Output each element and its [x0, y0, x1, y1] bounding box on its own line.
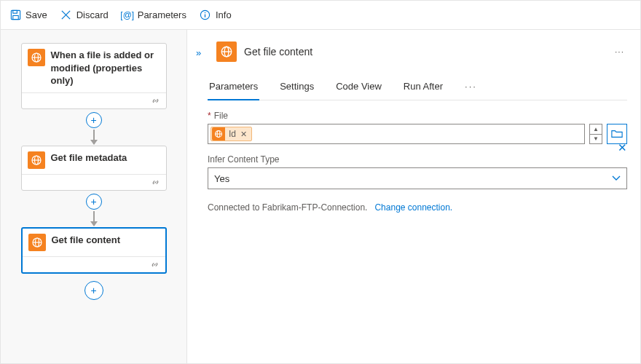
- node-header: Get file content: [23, 229, 165, 256]
- save-button[interactable]: Save: [9, 9, 47, 21]
- details-panel: » Get file content ··· Parameters Settin…: [187, 30, 640, 364]
- info-label: Info: [216, 9, 232, 20]
- connection-icon: [151, 96, 160, 106]
- connection-text: Connected to Fabrikam-FTP-Connection.: [208, 202, 367, 213]
- connection-icon: [151, 178, 160, 187]
- body: When a file is added or modified (proper…: [1, 30, 640, 364]
- ftp-icon: [212, 127, 225, 141]
- flow-arrow: [93, 130, 95, 144]
- ftp-icon: [28, 49, 45, 66]
- workflow-node-content[interactable]: Get file content: [21, 227, 167, 274]
- file-stepper[interactable]: ▲ ▼: [589, 124, 602, 144]
- node-title: Get file content: [52, 234, 160, 247]
- more-menu-button[interactable]: ···: [615, 47, 627, 57]
- tab-run-after[interactable]: Run After: [402, 76, 444, 100]
- save-icon: [9, 9, 21, 21]
- info-icon: [200, 9, 211, 21]
- command-bar: Save Discard [@] Parameters Info: [1, 1, 640, 30]
- file-input[interactable]: Id ✕: [208, 124, 585, 144]
- svg-rect-2: [12, 15, 18, 19]
- node-header: Get file metadata: [22, 146, 166, 174]
- file-field-row: Id ✕ ▲ ▼: [208, 124, 627, 144]
- panel-header: Get file content ···: [216, 41, 627, 62]
- parameters-label: Parameters: [138, 9, 186, 20]
- ftp-icon: [216, 41, 237, 62]
- parameters-form: * File Id ✕ ▲ ▼: [208, 111, 627, 213]
- workflow-node-metadata[interactable]: Get file metadata: [21, 146, 167, 191]
- flow-arrow: [93, 211, 95, 226]
- ftp-icon: [28, 151, 45, 169]
- select-value: Yes: [214, 173, 229, 184]
- tab-code-view[interactable]: Code View: [334, 76, 383, 100]
- token-remove-button[interactable]: ✕: [239, 130, 251, 139]
- parameters-button[interactable]: [@] Parameters: [122, 9, 186, 21]
- ftp-icon: [28, 234, 46, 251]
- discard-button[interactable]: Discard: [60, 9, 109, 21]
- svg-point-7: [205, 12, 206, 14]
- node-header: When a file is added or modified (proper…: [22, 44, 166, 92]
- file-label: * File: [208, 111, 627, 121]
- tab-parameters[interactable]: Parameters: [208, 76, 259, 100]
- clear-field-button[interactable]: ✕: [618, 141, 627, 154]
- node-footer: [22, 92, 166, 108]
- collapse-button[interactable]: »: [196, 47, 201, 58]
- discard-label: Discard: [76, 9, 109, 20]
- infer-select[interactable]: Yes: [208, 167, 627, 189]
- step-up-button[interactable]: ▲: [590, 124, 602, 135]
- designer-canvas: When a file is added or modified (proper…: [1, 30, 187, 364]
- panel-title: Get file content: [244, 46, 312, 58]
- dynamic-token[interactable]: Id ✕: [211, 127, 252, 141]
- workflow-node-trigger[interactable]: When a file is added or modified (proper…: [21, 43, 167, 109]
- change-connection-link[interactable]: Change connection.: [374, 202, 452, 213]
- infer-label: Infer Content Type: [208, 154, 627, 165]
- parameters-icon: [@]: [122, 9, 133, 21]
- step-down-button[interactable]: ▼: [590, 135, 602, 144]
- tab-settings[interactable]: Settings: [278, 76, 315, 100]
- add-step-button[interactable]: +: [86, 194, 102, 210]
- discard-icon: [60, 9, 72, 21]
- add-step-button[interactable]: +: [86, 112, 102, 128]
- connection-info: Connected to Fabrikam-FTP-Connection. Ch…: [208, 202, 627, 213]
- infer-field-row: Infer Content Type ✕ Yes: [208, 154, 627, 189]
- panel-tabs: Parameters Settings Code View Run After …: [208, 76, 627, 100]
- tab-overflow[interactable]: ···: [463, 76, 479, 100]
- chevron-down-icon: [612, 175, 621, 181]
- required-indicator: *: [208, 111, 211, 121]
- connection-icon: [150, 260, 160, 269]
- node-title: When a file is added or modified (proper…: [51, 49, 160, 87]
- node-title: Get file metadata: [51, 151, 160, 165]
- node-footer: [22, 174, 166, 190]
- info-button[interactable]: Info: [200, 9, 232, 21]
- svg-rect-1: [12, 10, 17, 13]
- node-footer: [23, 256, 165, 272]
- add-step-button[interactable]: +: [84, 281, 103, 300]
- save-label: Save: [25, 9, 47, 20]
- token-label: Id: [226, 129, 239, 139]
